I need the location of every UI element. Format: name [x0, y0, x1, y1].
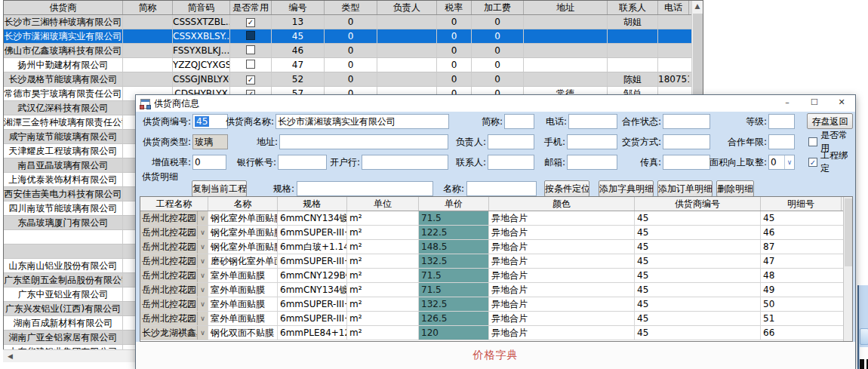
chevron-down-icon[interactable]: ∨ [197, 240, 208, 254]
address-input[interactable] [279, 134, 448, 149]
project-combo[interactable]: 岳州北控花园∨ [140, 240, 208, 254]
chevron-down-icon[interactable]: ∨ [197, 297, 208, 311]
color-cell: 异地合片 [489, 297, 635, 311]
supplier-name-input[interactable]: 长沙市潇湘玻璃实业有限公司 [275, 114, 449, 129]
project-name: 岳州北控花园 [140, 269, 197, 282]
project-bind-checkbox[interactable]: ✓ 工程绑定 [808, 155, 855, 170]
scroll-up-icon[interactable]: ▲ [692, 1, 703, 13]
supplier-cell: CSSGJNBLYXGS [173, 72, 230, 86]
grid-row[interactable]: 岳州北控花园∨室外单面贴膜6mmSUPER-III+12A(硅...m²132.… [140, 297, 852, 312]
supplier-row[interactable]: 扬州中勤建材有限公司YZZQJCYXGS47000 [4, 58, 703, 72]
supplier-row[interactable]: 长沙市潇湘玻璃实业有限公司CSSXXBLSY...45000 [4, 29, 703, 44]
supplier-no-label: 供货商编号: [137, 114, 191, 129]
grid-row[interactable]: 岳州北控花园∨钢化室外单面贴膜6mm白玻+1.14PVB+6mm...m²148… [140, 240, 852, 254]
supplier-cell: 0 [325, 15, 377, 29]
common-use-cell: ✓ [230, 15, 272, 29]
project-combo[interactable]: 岳州北控花园∨ [140, 312, 208, 325]
project-combo[interactable]: 岳州北控花园∨ [140, 211, 208, 225]
supplier-row[interactable]: 佛山市亿鑫玻璃科技有限公司FSSYXBLKJ...46000 [4, 44, 703, 58]
scrollbar-thumb[interactable] [845, 198, 852, 266]
grid-row[interactable]: 岳州北控花园∨室外单面贴膜6mmCNY134镀膜钢化m²71.5异地合片4549 [140, 283, 852, 297]
project-combo[interactable]: 岳州北控花园∨ [140, 226, 208, 239]
supplier-no-cell: 45 [635, 226, 761, 239]
column-header: 税率 [437, 1, 472, 14]
project-combo[interactable]: 岳州北控花园∨ [140, 269, 208, 282]
chevron-down-icon[interactable]: ∨ [197, 312, 208, 325]
chevron-down-icon[interactable]: ∨ [197, 269, 208, 282]
close-button[interactable]: ✕ [828, 95, 855, 112]
price-dictionary-label: 价格字典 [136, 349, 855, 362]
fax-label: 传真: [604, 155, 661, 170]
supplier-row[interactable]: 长沙晟格节能玻璃有限公司CSSGJNBLYXGS✓52000陈姐180751 [4, 72, 703, 87]
spec-cell: 6mmSUPER-III+12A(硅... [278, 312, 347, 325]
supplier-cell [123, 15, 173, 29]
delete-detail-button[interactable]: 删除明细 [716, 180, 754, 197]
chevron-down-icon[interactable]: ∨ [197, 283, 208, 297]
grid-header: 工程名称名称规格单位单价颜色供货商编号明细号 [140, 197, 852, 211]
price-cell: 71.5 [419, 283, 489, 297]
coop-status-input[interactable] [663, 114, 710, 129]
name-filter-input[interactable] [466, 181, 537, 196]
checkbox-icon[interactable] [246, 31, 255, 40]
grade-input[interactable] [768, 114, 795, 129]
coop-years-input[interactable] [768, 134, 795, 149]
supplier-cell: 0 [325, 72, 377, 86]
detail-name-cell: 钢化双面不贴膜 [208, 326, 278, 340]
spec-filter-input[interactable] [297, 181, 433, 196]
project-combo[interactable]: 岳州北控花园∨ [140, 254, 208, 268]
add-dictionary-detail-button[interactable]: 添加字典明细 [599, 180, 654, 197]
common-use-checkbox[interactable]: 是否常用 [808, 134, 855, 149]
copy-current-project-button[interactable]: 复制当前工程 [192, 180, 247, 197]
price-cell: 148.5 [419, 240, 489, 254]
short-name-label: 简称: [444, 114, 503, 129]
checkbox-icon[interactable] [246, 60, 255, 69]
supplier-cell: 湖南广亚全铝家居有限公司 [4, 331, 123, 344]
grid-row[interactable]: 岳州北控花园∨室外单面贴膜6mmSUPER-III+12A(硅...m²126.… [140, 312, 852, 326]
project-name: 岳州北控花园 [140, 283, 197, 297]
supplier-cell [524, 58, 608, 72]
grid-row[interactable]: 岳州北控花园∨钢化室外单面贴膜6mmCNY134镀膜钢化m²71.5异地合片45… [140, 211, 852, 226]
spec-cell: 6mmCNY134镀膜钢化 [278, 211, 347, 225]
save-return-button[interactable]: 存盘返回 [807, 113, 853, 129]
grid-row[interactable]: 岳州北控花园∨钢化室外单面贴膜6mmSUPER-III+12A(硅...m²12… [140, 226, 852, 240]
project-combo[interactable]: 岳州北控花园∨ [140, 297, 208, 311]
supplier-cell: 0 [472, 72, 524, 86]
checkbox-icon[interactable] [246, 45, 255, 54]
chevron-down-icon[interactable]: ∨ [197, 211, 208, 225]
supplier-row[interactable]: 长沙市三湘特种玻璃有限公司CSSSXTZBL...✓13000胡姐 [4, 15, 703, 29]
checkbox-icon[interactable]: ✓ [246, 18, 255, 27]
grid-row[interactable]: 长沙龙湖祺鑫星座∨钢化双面不贴膜6mmPLE84+12A(硅酮胶...m²120… [140, 326, 852, 340]
project-combo[interactable]: 岳州北控花园∨ [140, 283, 208, 297]
supplier-cell: 长沙市潇湘玻璃实业有限公司 [4, 29, 123, 43]
round-up-select[interactable]: 0 ∨ [768, 155, 795, 170]
grid-vertical-scrollbar[interactable] [843, 197, 852, 341]
column-header: 类型 [325, 1, 377, 14]
detail-no-cell: 87 [761, 240, 842, 254]
chevron-down-icon[interactable]: ∨ [197, 326, 208, 340]
chevron-down-icon[interactable]: ∨ [197, 226, 208, 239]
spec-filter-label: 规格: [249, 181, 294, 196]
dialog-titlebar[interactable]: 供货商信息 – ☐ ✕ [136, 95, 855, 112]
supplier-cell [608, 58, 658, 72]
chevron-down-icon[interactable]: ∨ [197, 254, 208, 268]
checkbox-icon[interactable]: ✓ [246, 75, 255, 85]
grid-row[interactable]: 岳州北控花园∨磨砂钢化室外单面贴膜6mmSUPER-III+12A(硅...m²… [140, 254, 852, 269]
locate-by-condition-button[interactable]: 按条件定位 [544, 180, 589, 197]
minimize-button[interactable]: – [774, 95, 801, 112]
delivery-method-input[interactable] [663, 134, 710, 149]
grid-row[interactable]: 岳州北控花园∨室外单面贴膜6mmCNY129B镀膜钢化m²71.5异地合片454… [140, 269, 852, 283]
add-order-detail-button[interactable]: 添加订单明细 [657, 180, 713, 197]
color-cell: 异地合片 [489, 269, 635, 282]
supply-detail-grid: 工程名称名称规格单位单价颜色供货商编号明细号 岳州北控花园∨钢化室外单面贴膜6m… [140, 196, 853, 342]
manager-label: 负责人: [430, 134, 486, 149]
detail-no-cell: 47 [761, 254, 842, 268]
detail-no-cell: 46 [761, 226, 842, 239]
maximize-button[interactable]: ☐ [801, 95, 828, 112]
supplier-cell: 陈姐 [608, 72, 658, 86]
project-combo[interactable]: 长沙龙湖祺鑫星座∨ [140, 326, 208, 340]
supplier-cell: 13 [272, 15, 325, 29]
color-cell: 异地合片 [489, 326, 635, 340]
supplier-cell: 长沙晟格节能玻璃有限公司 [4, 72, 123, 86]
scroll-left-icon[interactable]: ◀ [5, 351, 16, 362]
scrollbar-thumb[interactable] [693, 14, 703, 100]
